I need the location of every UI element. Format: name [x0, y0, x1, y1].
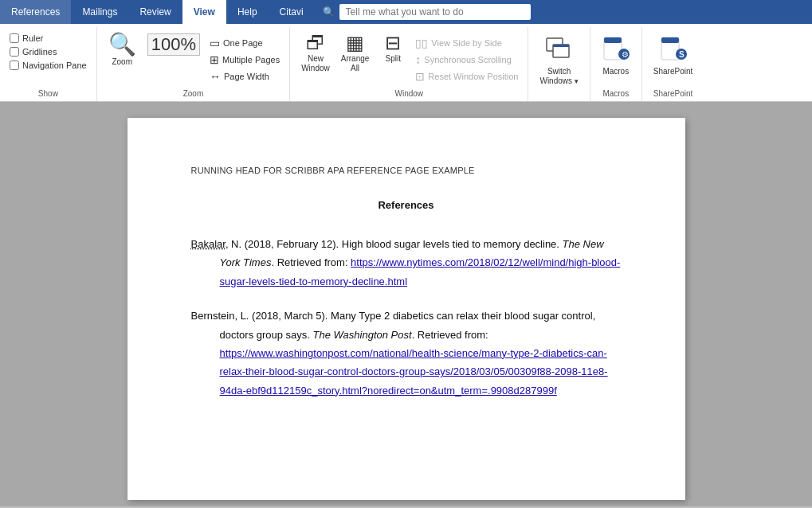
sharepoint-icon: S [659, 33, 688, 65]
ribbon: Ruler Gridlines Navigation Pane Show 🔍 Z… [0, 24, 812, 102]
one-page-icon: ▭ [210, 37, 220, 49]
group-switch-windows: SwitchWindows ▾ [528, 27, 590, 101]
multiple-pages-icon: ⊞ [210, 53, 219, 66]
multiple-pages-button[interactable]: ⊞ Multiple Pages [206, 52, 283, 68]
split-button[interactable]: ⊟ Split [375, 30, 410, 67]
reset-window-icon: ⊡ [415, 70, 425, 83]
search-input[interactable] [339, 4, 531, 20]
one-page-button[interactable]: ▭ One Page [206, 35, 266, 51]
gridlines-check[interactable] [10, 47, 19, 57]
para-bernstein: Bernstein, L. (2018, March 5). Many Type… [191, 307, 622, 400]
show-checkboxes: Ruler Gridlines Navigation Pane [6, 30, 90, 73]
group-show: Ruler Gridlines Navigation Pane Show [0, 27, 97, 101]
arrange-all-button[interactable]: ▦ ArrangeAll [336, 30, 375, 76]
new-window-button[interactable]: 🗗 NewWindow [296, 30, 335, 76]
switch-windows-button[interactable]: SwitchWindows ▾ [535, 30, 583, 89]
ruler-check[interactable] [10, 33, 19, 43]
tab-citavi[interactable]: Citavi [269, 0, 315, 24]
window-group-label: Window [395, 86, 424, 98]
page-width-icon: ↔ [210, 70, 221, 83]
gridlines-checkbox[interactable]: Gridlines [6, 45, 90, 58]
window-buttons-row: 🗗 NewWindow ▦ ArrangeAll ⊟ Split ▯▯ View… [296, 30, 521, 86]
doc-running-head: RUNNING HEAD FOR SCRIBBR APA REFERENCE P… [191, 166, 622, 175]
bernstein-journal: The Washington Post [313, 329, 412, 341]
macros-button[interactable]: ⚙ Macros [597, 30, 635, 80]
nav-pane-check[interactable] [10, 61, 19, 70]
document-page: RUNNING HEAD FOR SCRIBBR APA REFERENCE P… [127, 118, 685, 500]
tab-review[interactable]: Review [128, 0, 182, 24]
svg-rect-4 [604, 37, 622, 43]
show-group-label: Show [38, 86, 58, 98]
page-view-buttons: ▭ One Page ⊞ Multiple Pages ↔ Page Width [206, 33, 283, 86]
bakalar-name: Bakalar [191, 238, 226, 250]
group-macros: ⚙ Macros Macros [590, 27, 642, 101]
doc-title: References [191, 199, 622, 211]
zoom-group-label: Zoom [183, 86, 204, 98]
zoom-buttons: 🔍 Zoom 100% ▭ One Page ⊞ Multiple Pages … [104, 30, 283, 86]
svg-rect-8 [661, 37, 679, 43]
group-zoom: 🔍 Zoom 100% ▭ One Page ⊞ Multiple Pages … [97, 27, 290, 101]
para-bakalar: Bakalar, N. (2018, February 12). High bl… [191, 235, 622, 291]
window-small-buttons: ▯▯ View Side by Side ↕ Synchronous Scrol… [412, 33, 521, 86]
search-icon: 🔍 [323, 6, 335, 18]
group-sharepoint: S SharePoint SharePoint [642, 27, 704, 101]
tab-help[interactable]: Help [226, 0, 269, 24]
nav-pane-checkbox[interactable]: Navigation Pane [6, 59, 90, 72]
macros-group-label: Macros [602, 86, 629, 98]
view-side-icon: ▯▯ [415, 37, 428, 49]
100percent-button[interactable]: 100% [143, 30, 205, 70]
switch-windows-icon [545, 33, 574, 65]
page-width-button[interactable]: ↔ Page Width [206, 68, 273, 84]
split-icon: ⊟ [385, 33, 401, 53]
group-window: 🗗 NewWindow ▦ ArrangeAll ⊟ Split ▯▯ View… [290, 27, 528, 101]
tab-mailings[interactable]: Mailings [71, 0, 128, 24]
zoom-icon: 🔍 [108, 33, 136, 56]
ribbon-tab-bar: References Mailings Review View Help Cit… [0, 0, 812, 24]
svg-text:⚙: ⚙ [622, 50, 629, 59]
ruler-checkbox[interactable]: Ruler [6, 32, 90, 45]
macros-icon: ⚙ [602, 33, 630, 65]
new-window-icon: 🗗 [306, 33, 325, 53]
tab-view[interactable]: View [182, 0, 226, 24]
arrange-all-icon: ▦ [346, 33, 364, 53]
svg-text:S: S [679, 50, 685, 59]
sync-scrolling-icon: ↕ [415, 53, 421, 66]
tab-references[interactable]: References [0, 0, 71, 24]
document-area: RUNNING HEAD FOR SCRIBBR APA REFERENCE P… [0, 102, 812, 506]
sync-scrolling-button[interactable]: ↕ Synchronous Scrolling [412, 52, 521, 68]
zoom-button[interactable]: 🔍 Zoom [104, 30, 141, 70]
search-bar: 🔍 [315, 0, 812, 24]
sharepoint-button[interactable]: S SharePoint [649, 30, 697, 80]
sharepoint-group-label: SharePoint [653, 86, 692, 98]
svg-rect-2 [553, 45, 569, 47]
bernstein-link[interactable]: https://www.washingtonpost.com/national/… [220, 347, 608, 397]
bernstein-text1: Bernstein, L. (2018, March 5). Many Type… [191, 310, 596, 340]
reset-window-button[interactable]: ⊡ Reset Window Position [412, 68, 521, 84]
doc-body: Bakalar, N. (2018, February 12). High bl… [191, 235, 622, 400]
100percent-icon: 100% [147, 33, 200, 56]
view-side-by-side-button[interactable]: ▯▯ View Side by Side [412, 35, 521, 51]
